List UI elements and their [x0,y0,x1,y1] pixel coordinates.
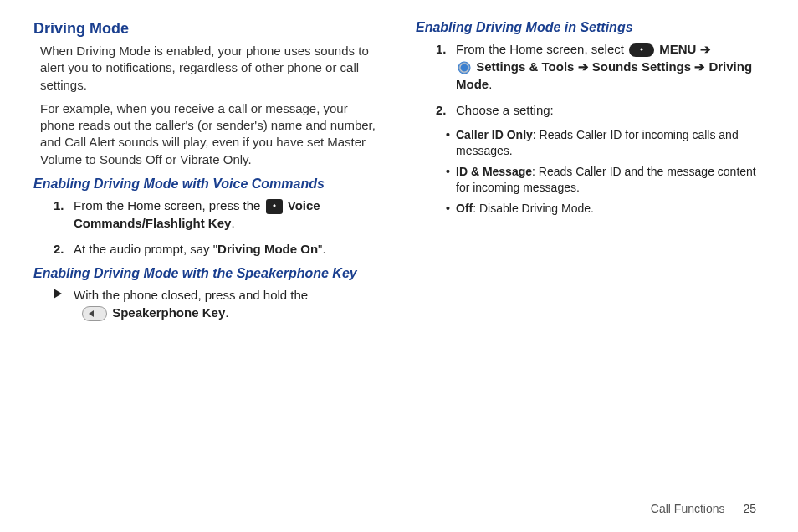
footer-section: Call Functions [651,502,725,515]
heading-driving-mode: Driving Mode [33,20,382,38]
nav-path: Settings & Tools [476,59,574,74]
page-footer: Call Functions 25 [651,502,756,515]
bullet-item: ID & Message: Reads Caller ID and the me… [446,164,765,196]
arrow-step: With the phone closed, press and hold th… [54,286,382,321]
step-text: With the phone closed, press and hold th… [74,288,308,302]
step-item: 2. At the audio prompt, say "Driving Mod… [54,240,382,258]
bullet-item: Caller ID Only: Reads Caller ID for inco… [446,127,765,159]
subheading-voice-commands: Enabling Driving Mode with Voice Command… [33,176,382,192]
body-paragraph: For example, when you receive a call or … [40,100,376,168]
voice-commands-key-icon [266,199,283,214]
step-item: 1. From the Home screen, select MENU ➔ S… [436,40,765,93]
option-label: Caller ID Only [456,128,533,141]
option-desc: : Disable Driving Mode. [473,202,594,215]
step-text: Choose a setting: [456,103,554,117]
step-number: 1. [54,197,64,214]
step-item: 1. From the Home screen, press the Voice… [54,197,382,232]
left-column: Driving Mode When Driving Mode is enable… [33,20,382,321]
arrow-icon: ➔ [700,42,711,56]
step-number: 1. [436,40,447,58]
step-text: From the Home screen, select [456,42,627,56]
right-column: Enabling Driving Mode in Settings 1. Fro… [416,20,765,321]
subheading-speakerphone: Enabling Driving Mode with the Speakerph… [33,266,382,281]
arrow-icon: ➔ [578,59,592,74]
menu-label: MENU [659,42,696,56]
step-text: At the audio prompt, say " [74,242,217,256]
page-number: 25 [743,502,756,515]
step-text: From the Home screen, press the [74,198,264,212]
step-number: 2. [54,240,64,258]
bullet-item: Off: Disable Driving Mode. [446,201,765,217]
body-paragraph: When Driving Mode is enabled, your phone… [40,43,376,94]
subheading-in-settings: Enabling Driving Mode in Settings [416,20,765,35]
step-command: Driving Mode On [217,242,318,256]
option-label: ID & Message [456,165,532,178]
arrow-icon: ➔ [694,59,708,74]
step-item: 2. Choose a setting: [436,101,765,119]
settings-gear-icon [458,61,471,74]
step-number: 2. [436,101,447,119]
triangle-bullet-icon [54,289,62,299]
option-label: Off [456,202,473,215]
step-label: Speakerphone Key [112,305,225,320]
speakerphone-key-icon [82,306,107,321]
nav-path: Sounds Settings [592,59,691,74]
menu-key-icon [629,43,654,57]
